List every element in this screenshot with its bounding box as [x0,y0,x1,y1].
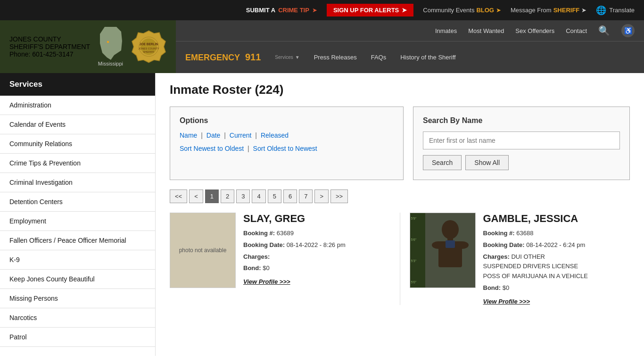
options-heading: Options [180,116,394,125]
sidebar-item-crime-tips[interactable]: Crime Tips & Prevention [0,154,155,173]
sidebar-item-calendar[interactable]: Calendar of Events [0,115,155,134]
search-heading: Search By Name [423,116,620,125]
phone-number: 601-425-3147 [32,50,73,58]
svg-point-14 [455,241,469,249]
page-5-button[interactable]: 5 [268,189,281,203]
inmate-photo-1: photo not available [170,213,236,288]
sidebar-item-employment[interactable]: Employment [0,212,155,231]
emergency-badge: EMERGENCY 911 [185,52,261,63]
search-buttons: Search Show All [423,155,620,170]
sidebar-item-administration[interactable]: Administration [0,96,155,115]
bond-value-2: $0 [503,284,509,291]
inmate-bond-1: Bond: $0 [243,263,390,273]
translate-label: Translate [609,7,635,14]
sex-offenders-link[interactable]: Sex Offenders [515,27,554,34]
booking-num-label-1: Booking #: [243,230,275,237]
page-1-button[interactable]: 1 [205,189,219,203]
sidebar-item-community-relations[interactable]: Community Relations [0,134,155,154]
height-mark-1: 5'9" [411,217,424,220]
inmates-link[interactable]: Inmates [435,27,457,34]
state-map-area: Mississippi [98,27,124,66]
message-from-text: Message From [511,7,552,14]
alerts-label: SIGN UP FOR ALERTS [333,7,399,14]
height-mark-3: 5'3" [411,259,424,263]
page-last-button[interactable]: >> [330,189,348,203]
sidebar-item-missing-persons[interactable]: Missing Persons [0,289,155,308]
logo-text: JONES COUNTY SHERIFF'S DEPARTMENT Phone:… [9,35,90,58]
view-profile-link-1[interactable]: View Profile >>> [243,278,290,285]
filter-released-link[interactable]: Released [261,132,289,139]
charges-label-2: Charges: [483,253,510,260]
filter-current-link[interactable]: Current [230,132,252,139]
translate-button[interactable]: 🌐 Translate [596,5,635,16]
services-nav-dropdown[interactable]: Services ▼ [275,55,299,60]
show-all-button[interactable]: Show All [465,155,509,170]
booking-num-value-1: 63689 [277,230,294,237]
search-icon[interactable]: 🔍 [598,25,610,36]
page-prev-button[interactable]: < [189,189,203,203]
sort-oldest-link[interactable]: Sort Oldest to Newest [253,145,317,152]
photo-placeholder-text: photo not available [179,247,227,254]
sep3: | [255,132,259,139]
sidebar: Services Administration Calendar of Even… [0,73,156,356]
sidebar-item-detention[interactable]: Detention Centers [0,192,155,212]
contact-link[interactable]: Contact [566,27,587,34]
view-profile-link-2[interactable]: View Profile >>> [483,298,530,305]
sidebar-item-patrol[interactable]: Patrol [0,328,155,347]
svg-point-13 [432,241,445,249]
sidebar-item-fallen-officers[interactable]: Fallen Officers / Peace Officer Memorial [0,231,155,250]
page-7-button[interactable]: 7 [299,189,313,203]
emergency-label: EMERGENCY [185,53,240,62]
page-4-button[interactable]: 4 [252,189,265,203]
services-nav-label: Services [275,55,293,60]
search-button[interactable]: Search [423,155,462,170]
inmate-booking-date-1: Booking Date: 08-14-2022 - 8:26 pm [243,240,390,250]
history-link[interactable]: History of the Sheriff [400,52,456,63]
filter-name-link[interactable]: Name [180,132,197,139]
search-input[interactable] [423,132,620,149]
sidebar-item-k9[interactable]: K-9 [0,250,155,270]
sidebar-item-narcotics[interactable]: Narcotics [0,308,155,328]
message-from-link[interactable]: Message From SHERIFF ➤ [511,7,586,14]
accessibility-icon[interactable]: ♿ [621,24,635,37]
sort-newest-link[interactable]: Sort Newest to Oldest [180,145,244,152]
page-3-button[interactable]: 3 [236,189,250,203]
search-box: Search By Name Search Show All [413,107,630,180]
options-search-row: Options Name | Date | Current | Released… [170,107,630,180]
inmate-charges-2: Charges: DUI OTHERSUSPENDED DRIVERS LICE… [483,252,630,281]
alerts-button[interactable]: SIGN UP FOR ALERTS ➤ [327,4,413,16]
state-map-icon [98,27,124,60]
emergency-number: 911 [245,52,261,62]
page-2-button[interactable]: 2 [221,189,234,203]
community-events-text: Community Events [423,7,474,14]
press-releases-link[interactable]: Press Releases [314,52,357,63]
crime-tip-text: SUBMIT A [246,7,275,14]
pagination: << < 1 2 3 4 5 6 7 > >> [170,189,630,203]
options-box: Options Name | Date | Current | Released… [170,107,404,180]
sidebar-item-criminal-investigation[interactable]: Criminal Investigation [0,173,155,192]
page-next-button[interactable]: > [314,189,329,203]
page-6-button[interactable]: 6 [283,189,297,203]
dropdown-arrow-icon: ▼ [295,55,300,60]
faqs-link[interactable]: FAQs [371,52,387,63]
sidebar-item-keep-beautiful[interactable]: Keep Jones County Beautiful [0,270,155,289]
inmate-info-1: SLAY, GREG Booking #: 63689 Booking Date… [243,213,390,305]
crime-tip-highlight: CRIME TIP [278,7,309,14]
header-nav-area: Inmates Most Wanted Sex Offenders Contac… [176,20,644,73]
filter-date-link[interactable]: Date [206,132,221,139]
svg-rect-1 [107,41,109,43]
header-branding: JONES COUNTY SHERIFF'S DEPARTMENT Phone:… [0,20,176,73]
booking-date-value-2: 08-14-2022 - 6:24 pm [526,241,585,248]
state-label: Mississippi [98,61,123,66]
inmate-name-2: GAMBLE, JESSICA [483,213,630,225]
crime-tip-link[interactable]: SUBMIT A CRIME TIP ➤ [246,7,317,14]
booking-num-value-2: 63688 [516,230,533,237]
community-events-link[interactable]: Community Events BLOG ➤ [423,7,501,14]
height-mark-2: 5'6" [411,238,424,241]
page-first-button[interactable]: << [170,189,187,203]
sep1: | [201,132,205,139]
sidebar-title: Services [0,73,155,96]
options-links: Name | Date | Current | Released [180,132,394,139]
most-wanted-link[interactable]: Most Wanted [468,27,504,34]
phone-info: Phone: 601-425-3147 [9,50,90,58]
